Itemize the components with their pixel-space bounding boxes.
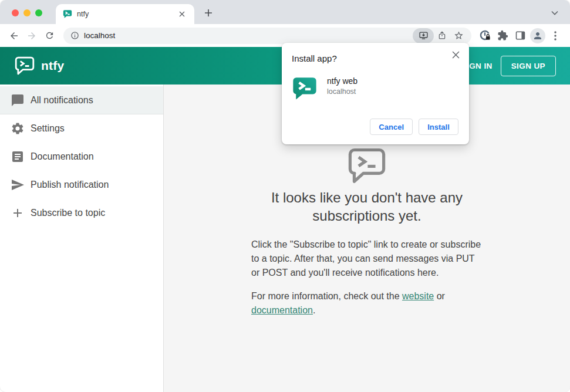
sidebar-item-label: All notifications (31, 95, 93, 106)
links-paragraph-suffix: . (313, 305, 315, 315)
minimize-window-button[interactable] (23, 9, 31, 16)
forward-button[interactable] (23, 28, 40, 44)
sidebar-item-label: Publish notification (31, 180, 109, 190)
documentation-link[interactable]: documentation (251, 305, 313, 315)
dialog-app-origin: localhost (327, 87, 356, 96)
chat-icon (11, 93, 25, 107)
ntfy-bubble-icon (251, 148, 483, 184)
address-bar[interactable]: localhost (63, 28, 471, 44)
window-controls (12, 9, 42, 16)
article-icon (11, 150, 25, 164)
close-window-button[interactable] (12, 9, 19, 16)
site-info-icon[interactable] (70, 31, 79, 40)
sidebar-item-publish-notification[interactable]: Publish notification (0, 171, 163, 199)
sidebar-item-documentation[interactable]: Documentation (0, 143, 163, 171)
toolbar-extensions-area (476, 27, 564, 45)
sidebar-item-subscribe-to-topic[interactable]: Subscribe to topic (0, 199, 163, 227)
tab-strip: ntfy (0, 0, 570, 24)
sidebar-item-settings[interactable]: Settings (0, 114, 163, 143)
tab-title: ntfy (77, 10, 177, 18)
privacy-extension-icon[interactable] (476, 27, 494, 45)
install-button[interactable]: Install (419, 119, 458, 135)
empty-state-heading: It looks like you don't have any subscri… (251, 188, 483, 225)
sidebar-item-label: Documentation (31, 151, 94, 162)
tab-close-icon[interactable] (177, 9, 187, 19)
sidebar-item-all-notifications[interactable]: All notifications (0, 86, 163, 114)
gear-icon (11, 121, 25, 136)
links-paragraph-prefix: For more information, check out the (251, 291, 402, 301)
website-link[interactable]: website (402, 291, 434, 301)
send-icon (11, 178, 25, 192)
share-icon[interactable] (434, 28, 450, 43)
dialog-title: Install app? (292, 53, 337, 63)
browser-window: ntfy localhost (0, 0, 570, 392)
brand-title: ntfy (41, 59, 64, 73)
ntfy-logo-icon (15, 56, 35, 75)
bookmark-star-icon[interactable] (450, 28, 467, 43)
plus-icon (11, 206, 25, 220)
new-tab-button[interactable] (202, 6, 215, 19)
side-panel-icon[interactable] (511, 27, 529, 45)
empty-state-links-paragraph: For more information, check out the webs… (251, 289, 483, 317)
install-app-icon[interactable] (413, 28, 434, 43)
sidebar-item-label: Subscribe to topic (31, 208, 105, 218)
sign-up-button[interactable]: SIGN UP (501, 56, 556, 76)
dialog-app-name: ntfy web (327, 76, 357, 86)
url-text[interactable]: localhost (84, 31, 413, 40)
dialog-close-icon[interactable] (450, 49, 461, 60)
browser-menu-icon[interactable] (547, 27, 564, 45)
sidebar-nav: All notifications Settings Documentation… (0, 85, 164, 392)
ntfy-app-icon (292, 76, 318, 101)
profile-avatar[interactable] (529, 27, 547, 45)
install-app-dialog: Install app? ntfy web localhost Cancel I… (282, 43, 469, 144)
reload-button[interactable] (41, 28, 58, 44)
links-paragraph-mid: or (434, 291, 445, 301)
back-button[interactable] (6, 28, 22, 44)
extensions-puzzle-icon[interactable] (494, 27, 511, 45)
empty-state-paragraph: Click the "Subscribe to topic" link to c… (251, 238, 483, 280)
cancel-button[interactable]: Cancel (370, 119, 413, 135)
tab-search-chevron-icon[interactable] (551, 11, 558, 15)
browser-tab-ntfy[interactable]: ntfy (56, 4, 194, 24)
fullscreen-window-button[interactable] (35, 9, 42, 16)
ntfy-favicon-icon (63, 9, 72, 19)
sidebar-item-label: Settings (31, 123, 65, 134)
empty-state: It looks like you don't have any subscri… (251, 148, 483, 317)
